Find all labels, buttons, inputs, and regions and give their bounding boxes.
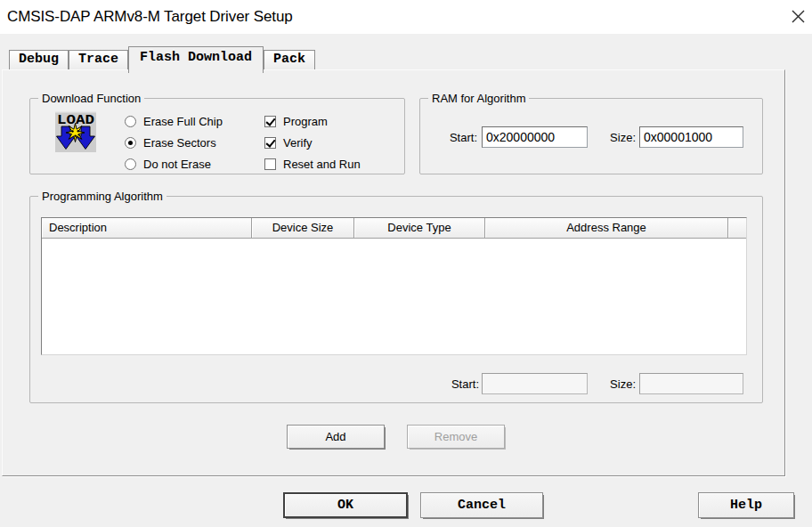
erase-full-chip-option: Erase Full Chip	[125, 114, 223, 128]
algorithm-table-body	[42, 239, 746, 354]
tab-trace[interactable]: Trace	[69, 50, 128, 69]
verify-option: Verify	[264, 135, 313, 150]
checkbox-reset-and-run[interactable]	[264, 158, 276, 170]
close-icon	[791, 9, 806, 24]
algorithm-size-input	[639, 373, 743, 394]
radio-label-erase-full-chip[interactable]: Erase Full Chip	[143, 115, 223, 128]
checkbox-label-reset-and-run[interactable]: Reset and Run	[283, 158, 361, 171]
column-header-extra	[728, 218, 746, 238]
radio-label-erase-sectors[interactable]: Erase Sectors	[143, 136, 216, 150]
column-header-description[interactable]: Description	[42, 218, 252, 238]
ram-start-label: Start:	[434, 131, 477, 144]
cancel-button[interactable]: Cancel	[420, 492, 543, 518]
radio-erase-sectors[interactable]	[125, 137, 136, 149]
download-function-group: Download Function LOAD Erase Full Chip E…	[29, 98, 405, 174]
column-header-address-range[interactable]: Address Range	[485, 218, 728, 238]
add-button[interactable]: Add	[287, 425, 385, 449]
ram-size-label: Size:	[600, 131, 636, 144]
tab-debug[interactable]: Debug	[9, 50, 69, 69]
checkbox-label-verify[interactable]: Verify	[283, 136, 313, 150]
remove-button: Remove	[407, 425, 505, 449]
ram-for-algorithm-group: RAM for Algorithm Start: Size:	[419, 98, 763, 174]
column-header-device-size[interactable]: Device Size	[252, 218, 354, 238]
dialog-target-driver-setup: CMSIS-DAP ARMv8-M Target Driver Setup De…	[0, 0, 812, 527]
program-option: Program	[264, 114, 328, 128]
tabstrip: Debug Trace Flash Download Pack	[9, 45, 315, 71]
algorithm-start-label: Start:	[433, 377, 479, 391]
algorithm-table-header: Description Device Size Device Type Addr…	[42, 218, 746, 239]
algorithm-start-input	[482, 373, 588, 394]
checkbox-label-program[interactable]: Program	[283, 115, 328, 128]
titlebar: CMSIS-DAP ARMv8-M Target Driver Setup	[0, 0, 812, 34]
algorithm-size-label: Size:	[598, 377, 636, 391]
erase-sectors-option: Erase Sectors	[125, 135, 216, 150]
ram-size-input[interactable]	[639, 126, 743, 148]
column-header-device-type[interactable]: Device Type	[354, 218, 485, 238]
tab-flash-download[interactable]: Flash Download	[128, 46, 264, 73]
ram-start-input[interactable]	[482, 126, 588, 148]
ram-for-algorithm-legend: RAM for Algorithm	[428, 92, 529, 105]
download-function-legend: Download Function	[38, 92, 144, 105]
ok-button[interactable]: OK	[283, 492, 408, 518]
radio-do-not-erase[interactable]	[125, 158, 136, 170]
checkbox-verify[interactable]	[264, 137, 276, 149]
algorithm-table: Description Device Size Device Type Addr…	[41, 217, 747, 355]
radio-label-do-not-erase[interactable]: Do not Erase	[143, 158, 211, 171]
close-button[interactable]	[785, 4, 810, 28]
window-title: CMSIS-DAP ARMv8-M Target Driver Setup	[7, 0, 293, 34]
checkbox-program[interactable]	[264, 116, 276, 127]
load-icon: LOAD	[55, 111, 96, 152]
programming-algorithm-legend: Programming Algorithm	[38, 190, 166, 203]
reset-and-run-option: Reset and Run	[264, 157, 361, 171]
do-not-erase-option: Do not Erase	[125, 157, 211, 171]
programming-algorithm-group: Programming Algorithm Description Device…	[29, 196, 763, 403]
radio-erase-full-chip[interactable]	[125, 116, 136, 127]
tab-pack[interactable]: Pack	[264, 50, 315, 69]
help-button[interactable]: Help	[698, 492, 794, 518]
